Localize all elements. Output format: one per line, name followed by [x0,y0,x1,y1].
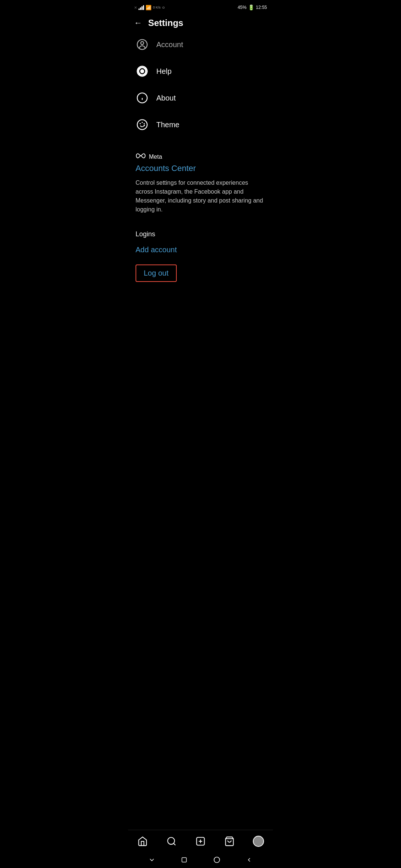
sync-icon: ○ [162,5,165,10]
wifi-icon: 📶 [146,5,151,10]
help-menu-label: Help [156,67,172,76]
battery-percent: 45% [238,5,247,10]
status-bar: ✕ 📶 0 K/s ○ 45% 🔋 12:55 [128,0,273,13]
svg-point-15 [140,123,141,124]
data-speed: 0 K/s [153,6,161,9]
page-title: Settings [148,18,183,28]
meta-logo-icon [136,153,146,161]
accounts-center-section: Meta Accounts Center Control settings fo… [128,145,273,220]
add-account-link[interactable]: Add account [136,246,265,254]
menu-item-help[interactable]: Help [128,58,273,85]
menu-item-account[interactable]: Account [128,34,273,58]
meta-logo-row: Meta [136,153,265,161]
menu-item-about[interactable]: About [128,85,273,111]
svg-point-14 [137,120,147,130]
svg-point-17 [144,123,145,124]
accounts-center-link[interactable]: Accounts Center [136,164,265,173]
svg-point-1 [141,42,144,45]
time-display: 12:55 [256,5,267,10]
signal-x-icon: ✕ [134,6,137,10]
info-circle-icon [136,91,149,105]
account-menu-label: Account [156,40,183,49]
logins-section: Logins Add account Log out [128,220,273,282]
menu-item-theme[interactable]: Theme [128,111,273,138]
theme-menu-label: Theme [156,121,179,129]
meta-label: Meta [149,154,162,160]
battery-icon: 🔋 [248,4,254,10]
palette-icon [136,118,149,131]
signal-icon [138,5,144,10]
logins-title: Logins [136,230,265,238]
settings-header: ← Settings [128,13,273,34]
status-right: 45% 🔋 12:55 [238,4,267,10]
help-circle-icon [136,65,149,78]
back-button[interactable]: ← [134,19,142,27]
logout-button[interactable]: Log out [136,264,177,282]
about-menu-label: About [156,94,176,102]
person-circle-icon [136,38,149,51]
accounts-center-description: Control settings for connected experienc… [136,178,265,214]
status-left: ✕ 📶 0 K/s ○ [134,5,165,10]
svg-point-16 [141,122,143,123]
section-divider [128,138,273,145]
